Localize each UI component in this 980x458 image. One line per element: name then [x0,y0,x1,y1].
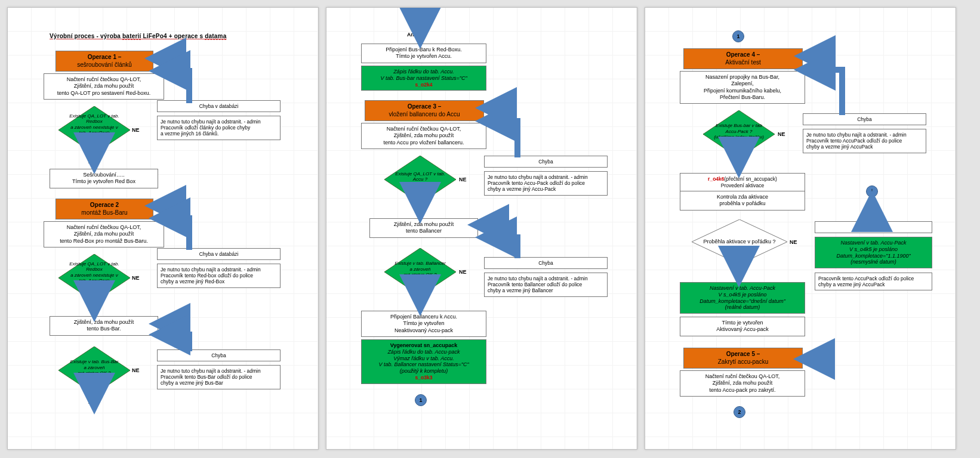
decision-o3k1: Existuje QA_LOT v tab. Accu ?t_o3k1 [384,156,456,203]
err3: Chyba [157,349,281,361]
op2-header: Operace 2montáž Bus-Baru [56,199,153,219]
err-p2-2: Chyba [484,257,608,269]
connector-i: i [866,185,878,197]
doc-title: Výrobní proces - výroba baterií LiFePo4 … [50,33,226,39]
decision-o1k1: Existuje QA_LOT v tab. Redbox a zároveň … [58,106,130,154]
decision-o2k2: Existuje QA_LOT v tab. Redbox a zároveň … [58,254,130,302]
yes-p2-1: Ano [415,208,426,213]
no-p2-1: NE [459,177,467,182]
decision-o3k2: Existuje v tab. Ballancer a zároveň má s… [384,248,456,296]
box-sesh: Sešroubování….. Tímto je vytvořen Red Bo… [50,169,158,188]
gbox-ne: Nastavení v tab. Accu-Pack V s_o4k5 je p… [815,237,932,268]
box-ballancer-check: Zjištění, zda mohu použít tento Ballance… [369,218,478,238]
decision-o2k3: Existuje v tab. Bus-Bar a zároveň má sta… [58,346,130,394]
box-busbar-check: Zjištění, zda mohu použít tento Bus-Bar. [50,316,158,336]
connector-3: 3 [815,354,827,366]
err2: Chyba v databázi [157,248,281,260]
err1-body: Je nutno tuto chybu najít a odstranit. -… [157,116,281,140]
no-p3-1: NE [778,131,785,137]
op4-header: Operace 4 –Aktivační test [683,48,803,69]
yes-1: Ano [88,159,99,165]
op1-header: Operace 1 –sešroubování článků [56,51,153,72]
box-activation-check: Kontrola zda aktivace proběhla v pořádku [680,191,805,211]
no-p3-2: NE [790,239,797,245]
err-p2-1b: Je nutno tuto chybu najít a odstranit. -… [484,171,608,196]
yes-p3-2: Ano [734,271,744,277]
decision-activation-ok: Proběhla aktivace v pořádku ? [692,219,787,264]
no-1: NE [132,127,140,133]
err-p3-1: Chyba [803,113,926,125]
err2-body: Je nutno tuto chybu najít a odstranit. -… [157,264,281,288]
box-busbar-connect: Připojení Bus-Baru k Red-Boxu. Tímto je … [361,44,486,63]
err3-body: Je nutno tuto chybu najít a odstranit. -… [157,365,281,389]
gbox-o2k4: Zápis řádku do tab. Accu. V tab. Bus-bar… [361,66,486,91]
connector-1-in: 1 [732,30,744,42]
op3-header: Operace 3 –vložení ballanceru do Accu [365,100,484,121]
err-p2-2b: Je nutno tuto chybu najít a odstranit. -… [484,273,608,297]
no-p2-2: NE [459,269,467,275]
yes-p2-top: Ano [407,32,418,38]
op5-input: Načtení ruční čtečkou QA-LOT, Zjištění, … [680,370,805,397]
page-1: Výrobní proces - výroba baterií LiFePo4 … [7,7,319,450]
yes-p3-1: Ano [734,162,744,168]
box-ballancer-connect: Připojení Ballanceru k Accu. Tímto je vy… [361,311,486,337]
gbox-o3k3: Vygenerovat sn_accupackZápis řádku do ta… [361,339,486,384]
connector-1-out: 1 [415,394,427,406]
yes-2: Ano [88,306,99,312]
op5-header: Operace 5 –Zakrytí accu-packu [683,348,803,369]
err1: Chyba v databázi [157,100,281,112]
connector-2: 2 [734,406,745,418]
err-p2-1: Chyba [484,156,608,168]
box-activated: Tímto je vytvořen Aktivovaný Accu-pack [680,317,805,336]
no-3: NE [132,367,140,373]
gbox-yes: Nastavení v tab. Accu-Pack V s_o4k5 je p… [680,282,805,314]
no-2: NE [132,275,140,281]
box-activation: r_o4k6(přečtení sn_accupack)Provedení ak… [680,173,805,191]
page-2: Ano Připojení Bus-Baru k Red-Boxu. Tímto… [326,7,637,450]
err-p3-2: Chyba [815,221,932,233]
op2-input: Načtení ruční čtečkou QA-LOT, Zjištění, … [44,221,164,247]
yes-p2-2: Ano [415,300,426,306]
yes-3: Ano [88,399,99,405]
op1-input: Načtení ruční čtečkou QA-LOT, Zjištění, … [44,73,164,100]
op4-input: Nasazení propojky na Bus-Bar, Zalepení, … [680,71,805,104]
decision-o4k4: Existuje Bus-bar v tab Accu-Pack ? (ušet… [703,110,775,158]
err-p3-1b: Je nutno tuto chybu najít a odstranit. -… [803,129,926,153]
box-ne-worker: Pracovník tento AccuPack odloží do polic… [815,273,932,290]
page-3: 1 Operace 4 –Aktivační test Nasazení pro… [645,7,956,450]
op3-input: Načtení ruční čtečkou QA-LOT, Zjištění, … [361,123,486,149]
